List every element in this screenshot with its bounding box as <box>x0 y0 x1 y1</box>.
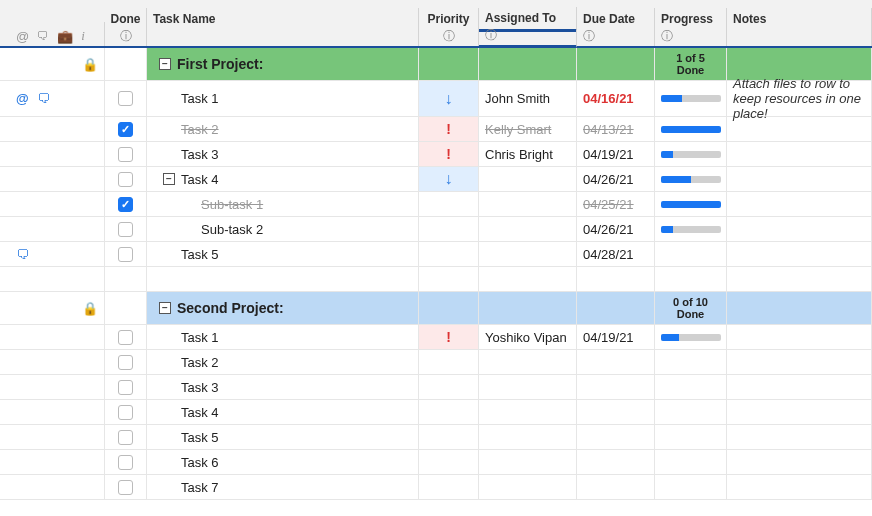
collapse-toggle[interactable]: − <box>163 173 175 185</box>
task-name: Task 3 <box>181 380 219 395</box>
done-checkbox[interactable] <box>118 380 133 395</box>
task-name: Task 4 <box>181 172 219 187</box>
task-name: Sub-task 1 <box>201 197 263 212</box>
due-date: 04/16/21 <box>583 91 634 106</box>
task-row[interactable]: Task 6 <box>0 450 872 475</box>
priority-low-icon: ↓ <box>445 170 453 188</box>
info-icon[interactable]: ⓘ <box>443 28 455 45</box>
done-checkbox[interactable] <box>118 172 133 187</box>
comment-icon[interactable]: 🗨 <box>37 91 50 106</box>
done-checkbox[interactable] <box>118 455 133 470</box>
task-row[interactable]: −Task 4↓04/26/21 <box>0 167 872 192</box>
task-name: Task 3 <box>181 147 219 162</box>
assigned-to: John Smith <box>485 91 550 106</box>
collapse-toggle[interactable]: − <box>159 302 171 314</box>
task-name: Task 4 <box>181 405 219 420</box>
due-date: 04/26/21 <box>583 172 634 187</box>
assigned-to: Chris Bright <box>485 147 553 162</box>
done-checkbox[interactable] <box>118 405 133 420</box>
done-checkbox[interactable] <box>118 430 133 445</box>
proof-column-icon[interactable]: 💼 <box>57 29 73 44</box>
due-date: 04/13/21 <box>583 122 634 137</box>
task-row[interactable]: Sub-task 104/25/21 <box>0 192 872 217</box>
progress-bar <box>661 126 721 133</box>
column-header-row: Done Task Name Priority Assigned To Due … <box>0 0 872 30</box>
task-row[interactable]: Sub-task 204/26/21 <box>0 217 872 242</box>
done-checkbox[interactable] <box>118 222 133 237</box>
due-date: 04/19/21 <box>583 330 634 345</box>
task-row[interactable]: Task 1!Yoshiko Vipan04/19/21 <box>0 325 872 350</box>
priority-high-icon: ! <box>446 329 451 345</box>
task-sheet: Done Task Name Priority Assigned To Due … <box>0 0 872 500</box>
task-row[interactable]: Task 7 <box>0 475 872 500</box>
priority-high-icon: ! <box>446 121 451 137</box>
attachment-icon[interactable]: @ <box>16 91 29 106</box>
done-checkbox[interactable] <box>118 147 133 162</box>
info-icon[interactable]: ⓘ <box>661 28 673 45</box>
info-column-icon[interactable]: i <box>81 28 85 44</box>
task-name: Task 2 <box>181 122 219 137</box>
lock-icon: 🔒 <box>82 301 98 316</box>
due-date: 04/19/21 <box>583 147 634 162</box>
task-name: Task 1 <box>181 91 219 106</box>
comment-icon[interactable]: 🗨 <box>16 247 29 262</box>
due-date: 04/26/21 <box>583 222 634 237</box>
done-checkbox[interactable] <box>118 330 133 345</box>
done-checkbox[interactable] <box>118 247 133 262</box>
project-progress-text: 0 of 10Done <box>673 296 708 320</box>
progress-bar <box>661 334 721 341</box>
task-row[interactable]: Task 3 <box>0 375 872 400</box>
task-name: Task 6 <box>181 455 219 470</box>
task-row[interactable]: @🗨Task 1↓John Smith04/16/21Attach files … <box>0 81 872 117</box>
lock-icon: 🔒 <box>82 57 98 72</box>
progress-bar <box>661 201 721 208</box>
progress-bar <box>661 151 721 158</box>
assigned-to: Kelly Smart <box>485 122 551 137</box>
task-name: Task 2 <box>181 355 219 370</box>
done-checkbox[interactable] <box>118 91 133 106</box>
task-row[interactable]: Task 2!Kelly Smart04/13/21 <box>0 117 872 142</box>
assigned-to: Yoshiko Vipan <box>485 330 567 345</box>
info-icon[interactable]: ⓘ <box>485 27 497 44</box>
notes-text: Attach files to row to keep resources in… <box>733 76 865 121</box>
project-progress-text: 1 of 5Done <box>676 52 705 76</box>
comments-column-icon[interactable]: 🗨 <box>37 29 49 43</box>
task-name: Task 5 <box>181 247 219 262</box>
task-name: Task 1 <box>181 330 219 345</box>
priority-low-icon: ↓ <box>445 90 453 108</box>
info-icon[interactable]: ⓘ <box>120 28 132 45</box>
project-name: First Project: <box>177 56 263 72</box>
task-name: Sub-task 2 <box>201 222 263 237</box>
project-name: Second Project: <box>177 300 284 316</box>
done-checkbox[interactable] <box>118 197 133 212</box>
due-date: 04/25/21 <box>583 197 634 212</box>
task-row[interactable]: Task 5 <box>0 425 872 450</box>
done-checkbox[interactable] <box>118 122 133 137</box>
column-header-task-name[interactable]: Task Name <box>147 8 419 30</box>
task-row[interactable]: Task 3!Chris Bright04/19/21 <box>0 142 872 167</box>
task-row[interactable]: 🗨Task 504/28/21 <box>0 242 872 267</box>
priority-high-icon: ! <box>446 146 451 162</box>
column-info-row: @ 🗨 💼 i ⓘ ⓘ ⓘ ⓘ ⓘ <box>0 30 872 48</box>
done-checkbox[interactable] <box>118 480 133 495</box>
column-header-notes[interactable]: Notes <box>727 8 872 30</box>
progress-bar <box>661 176 721 183</box>
spacer-row <box>0 267 872 292</box>
progress-bar <box>661 226 721 233</box>
attachments-column-icon[interactable]: @ <box>16 29 29 44</box>
header-toolbar-icons: @ 🗨 💼 i <box>0 30 105 46</box>
info-icon[interactable]: ⓘ <box>583 28 595 45</box>
collapse-toggle[interactable]: − <box>159 58 171 70</box>
progress-bar <box>661 95 721 102</box>
task-row[interactable]: Task 4 <box>0 400 872 425</box>
project-header-row[interactable]: 🔒−Second Project:0 of 10Done <box>0 292 872 325</box>
task-name: Task 5 <box>181 430 219 445</box>
task-row[interactable]: Task 2 <box>0 350 872 375</box>
rows-container: 🔒−First Project:1 of 5Done@🗨Task 1↓John … <box>0 48 872 500</box>
due-date: 04/28/21 <box>583 247 634 262</box>
task-name: Task 7 <box>181 480 219 495</box>
done-checkbox[interactable] <box>118 355 133 370</box>
